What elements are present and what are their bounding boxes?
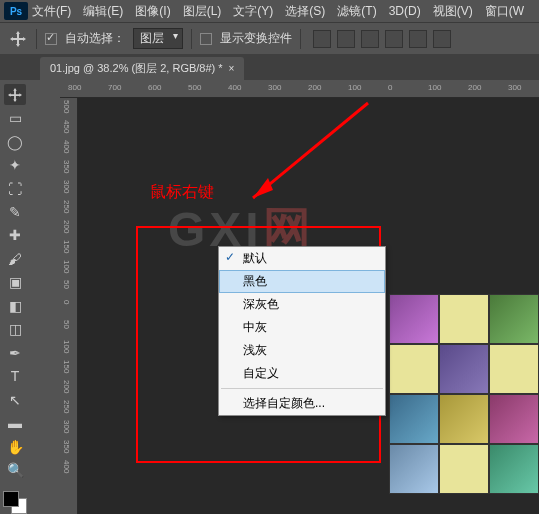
pen-tool[interactable]: ✒ [4, 342, 26, 363]
separator [36, 29, 37, 49]
gradient-tool[interactable]: ◫ [4, 319, 26, 340]
menu-item-darkgray[interactable]: 深灰色 [219, 293, 385, 316]
menu-layer[interactable]: 图层(L) [183, 3, 222, 20]
ruler-tick: 500 [188, 83, 201, 92]
separator [300, 29, 301, 49]
thumbnail[interactable] [439, 344, 489, 394]
ruler-tick: 50 [62, 320, 71, 329]
ruler-tick: 350 [62, 160, 71, 173]
align-buttons [313, 30, 451, 48]
menu-filter[interactable]: 滤镜(T) [337, 3, 376, 20]
align-vcenter-icon[interactable] [337, 30, 355, 48]
menu-type[interactable]: 文字(Y) [233, 3, 273, 20]
lasso-tool[interactable]: ◯ [4, 131, 26, 152]
workspace: ▭ ◯ ✦ ⛶ ✎ ✚ 🖌 ▣ ◧ ◫ ✒ T ↖ ▬ ✋ 🔍 800 700 … [0, 80, 539, 514]
menu-view[interactable]: 视图(V) [433, 3, 473, 20]
ruler-tick: 0 [62, 300, 71, 304]
shape-tool[interactable]: ▬ [4, 412, 26, 433]
thumbnail[interactable] [439, 444, 489, 494]
thumbnail[interactable] [489, 344, 539, 394]
thumbnail[interactable] [439, 294, 489, 344]
menu-item-select-custom-color[interactable]: 选择自定颜色... [219, 392, 385, 415]
color-swatch[interactable] [3, 491, 27, 514]
ruler-tick: 0 [388, 83, 392, 92]
menu-item-midgray[interactable]: 中灰 [219, 316, 385, 339]
menu-window[interactable]: 窗口(W [485, 3, 524, 20]
stamp-tool[interactable]: ▣ [4, 272, 26, 293]
zoom-tool[interactable]: 🔍 [4, 459, 26, 480]
thumbnail[interactable] [439, 394, 489, 444]
ruler-tick: 100 [348, 83, 361, 92]
thumbnail[interactable] [389, 444, 439, 494]
close-tab-icon[interactable]: × [229, 63, 235, 74]
menu-item-default[interactable]: 默认 [219, 247, 385, 270]
ruler-tick: 400 [62, 460, 71, 473]
move-tool-icon [8, 29, 28, 49]
ruler-tick: 200 [468, 83, 481, 92]
ruler-tick: 150 [62, 240, 71, 253]
show-transform-checkbox[interactable] [200, 33, 212, 45]
ruler-tick: 600 [148, 83, 161, 92]
move-tool[interactable] [4, 84, 26, 105]
show-transform-label: 显示变换控件 [220, 30, 292, 47]
document-tabbar: 01.jpg @ 38.2% (图层 2, RGB/8#) * × [0, 54, 539, 80]
options-bar: 自动选择： 图层 显示变换控件 [0, 22, 539, 54]
magic-wand-tool[interactable]: ✦ [4, 154, 26, 175]
document-tab[interactable]: 01.jpg @ 38.2% (图层 2, RGB/8#) * × [40, 57, 244, 80]
auto-select-dropdown[interactable]: 图层 [133, 28, 183, 49]
ruler-tick: 300 [508, 83, 521, 92]
vertical-ruler: 500 450 400 350 300 250 200 150 100 50 0… [60, 98, 78, 514]
thumbnail[interactable] [489, 394, 539, 444]
align-left-icon[interactable] [385, 30, 403, 48]
thumbnail[interactable] [489, 294, 539, 344]
hand-tool[interactable]: ✋ [4, 436, 26, 457]
ruler-tick: 200 [62, 220, 71, 233]
ruler-tick: 500 [62, 100, 71, 113]
auto-select-label: 自动选择： [65, 30, 125, 47]
menu-select[interactable]: 选择(S) [285, 3, 325, 20]
ruler-tick: 450 [62, 120, 71, 133]
align-hcenter-icon[interactable] [409, 30, 427, 48]
ruler-tick: 250 [62, 200, 71, 213]
healing-tool[interactable]: ✚ [4, 225, 26, 246]
annotation-arrow-icon [238, 98, 378, 218]
foreground-color[interactable] [3, 491, 19, 507]
canvas-area: 800 700 600 500 400 300 200 100 0 100 20… [60, 80, 539, 514]
menu-item-black[interactable]: 黑色 [219, 270, 385, 293]
canvas[interactable]: GXI网 鼠标右键 默认 黑色 深灰色 中灰 浅灰 自定义 选择自定颜色... [78, 98, 539, 514]
canvas-bg-context-menu: 默认 黑色 深灰色 中灰 浅灰 自定义 选择自定颜色... [218, 246, 386, 416]
ruler-tick: 250 [62, 400, 71, 413]
align-bottom-icon[interactable] [361, 30, 379, 48]
menu-file[interactable]: 文件(F) [32, 3, 71, 20]
annotation-label: 鼠标右键 [150, 182, 214, 203]
ruler-tick: 350 [62, 440, 71, 453]
menu-item-custom[interactable]: 自定义 [219, 362, 385, 385]
eraser-tool[interactable]: ◧ [4, 295, 26, 316]
align-right-icon[interactable] [433, 30, 451, 48]
ruler-tick: 400 [62, 140, 71, 153]
thumbnail[interactable] [389, 294, 439, 344]
ruler-tick: 800 [68, 83, 81, 92]
eyedropper-tool[interactable]: ✎ [4, 201, 26, 222]
ruler-tick: 300 [62, 420, 71, 433]
menu-3d[interactable]: 3D(D) [389, 4, 421, 18]
ruler-tick: 100 [62, 260, 71, 273]
menu-edit[interactable]: 编辑(E) [83, 3, 123, 20]
type-tool[interactable]: T [4, 365, 26, 386]
path-tool[interactable]: ↖ [4, 389, 26, 410]
thumbnail[interactable] [389, 394, 439, 444]
crop-tool[interactable]: ⛶ [4, 178, 26, 199]
menu-item-lightgray[interactable]: 浅灰 [219, 339, 385, 362]
thumbnail[interactable] [489, 444, 539, 494]
thumbnail[interactable] [389, 344, 439, 394]
svg-marker-1 [253, 178, 273, 198]
marquee-tool[interactable]: ▭ [4, 107, 26, 128]
align-top-icon[interactable] [313, 30, 331, 48]
menu-image[interactable]: 图像(I) [135, 3, 170, 20]
auto-select-checkbox[interactable] [45, 33, 57, 45]
ruler-tick: 700 [108, 83, 121, 92]
ruler-tick: 200 [62, 380, 71, 393]
tab-title: 01.jpg @ 38.2% (图层 2, RGB/8#) * [50, 61, 223, 76]
brush-tool[interactable]: 🖌 [4, 248, 26, 269]
menubar: 文件(F) 编辑(E) 图像(I) 图层(L) 文字(Y) 选择(S) 滤镜(T… [0, 0, 539, 22]
